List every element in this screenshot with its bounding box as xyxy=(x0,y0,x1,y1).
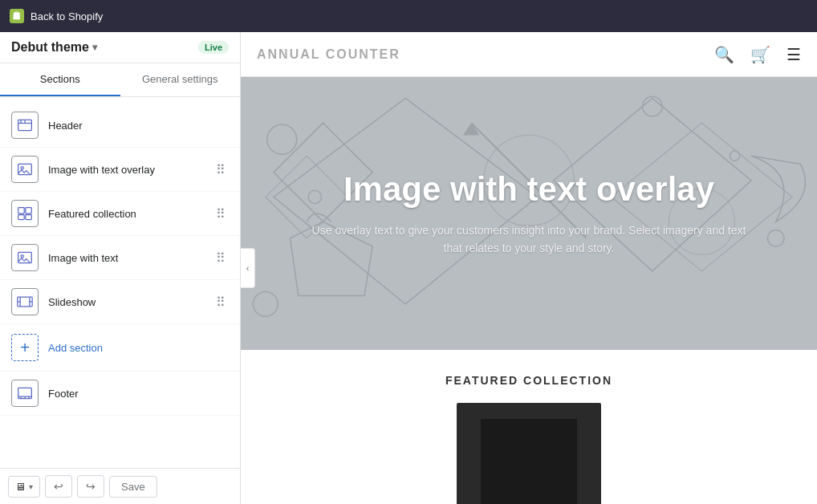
tab-general-settings[interactable]: General settings xyxy=(120,63,241,96)
product-grid xyxy=(257,403,801,504)
product-card[interactable] xyxy=(457,403,601,504)
svg-point-5 xyxy=(21,167,23,169)
sidebar-item-featured-collection[interactable]: Featured collection ⠿ xyxy=(0,192,240,236)
header-section-icon xyxy=(11,112,39,139)
image-overlay-section-icon xyxy=(11,156,39,183)
image-overlay-section-label: Image with text overlay xyxy=(48,164,203,176)
drag-handle-featured-collection[interactable]: ⠿ xyxy=(213,205,229,223)
live-badge: Live xyxy=(198,41,229,54)
top-bar: Back to Shopify xyxy=(0,0,817,32)
add-section-button[interactable]: + Add section xyxy=(0,324,240,372)
svg-rect-6 xyxy=(18,208,25,214)
redo-icon: ↪ xyxy=(86,480,96,493)
product-image-inner xyxy=(481,419,577,504)
main-layout: Debut theme ▾ Live Sections General sett… xyxy=(0,32,817,504)
sidebar-section-list: Header Image with text overlay ⠿ xyxy=(0,97,240,468)
svg-rect-4 xyxy=(18,164,32,174)
chevron-down-icon: ▾ xyxy=(92,42,97,53)
slideshow-section-icon xyxy=(11,288,39,315)
sidebar-item-slideshow[interactable]: Slideshow ⠿ xyxy=(0,280,240,324)
product-image xyxy=(457,403,601,504)
menu-icon[interactable]: ☰ xyxy=(787,45,801,64)
svg-rect-10 xyxy=(18,252,32,262)
image-text-section-label: Image with text xyxy=(48,252,203,264)
search-icon[interactable]: 🔍 xyxy=(714,45,734,64)
image-text-section-icon xyxy=(11,244,39,271)
sidebar-item-footer[interactable]: Footer xyxy=(0,372,240,416)
tabs-bar: Sections General settings xyxy=(0,63,240,97)
header-section-label: Header xyxy=(48,120,229,132)
save-label: Save xyxy=(121,481,145,493)
hero-title: Image with text overlay xyxy=(304,170,754,209)
featured-collection-section: FEATURED COLLECTION xyxy=(241,350,817,504)
device-selector[interactable]: 🖥 ▾ xyxy=(8,476,40,498)
sidebar-item-image-with-text-overlay[interactable]: Image with text overlay ⠿ xyxy=(0,148,240,192)
shopify-logo-icon xyxy=(10,9,24,23)
back-to-shopify-link[interactable]: Back to Shopify xyxy=(10,9,103,23)
hero-content: Image with text overlay Use overlay text… xyxy=(288,138,770,290)
add-section-icon: + xyxy=(11,334,39,361)
sidebar: Debut theme ▾ Live Sections General sett… xyxy=(0,32,241,504)
featured-collection-section-icon xyxy=(11,200,39,227)
svg-rect-8 xyxy=(18,215,25,220)
svg-rect-7 xyxy=(26,208,32,214)
slideshow-section-label: Slideshow xyxy=(48,296,203,308)
svg-point-11 xyxy=(21,255,23,258)
tab-sections[interactable]: Sections xyxy=(0,63,120,96)
preview-topbar: ANNUAL COUNTER 🔍 🛒 ☰ xyxy=(241,32,817,77)
theme-header: Debut theme ▾ Live xyxy=(0,32,240,63)
sidebar-item-image-with-text[interactable]: Image with text ⠿ xyxy=(0,236,240,280)
redo-button[interactable]: ↪ xyxy=(77,475,104,498)
footer-section-label: Footer xyxy=(48,388,229,400)
store-title: ANNUAL COUNTER xyxy=(257,47,400,62)
add-section-label: Add section xyxy=(48,342,103,354)
save-button[interactable]: Save xyxy=(109,476,157,498)
sidebar-toolbar: 🖥 ▾ ↩ ↪ Save xyxy=(0,468,240,504)
preview-panel: ANNUAL COUNTER 🔍 🛒 ☰ ‹ xyxy=(241,32,817,504)
theme-title-button[interactable]: Debut theme ▾ xyxy=(11,40,97,55)
undo-icon: ↩ xyxy=(54,480,63,493)
featured-collection-title: FEATURED COLLECTION xyxy=(257,374,801,387)
undo-button[interactable]: ↩ xyxy=(45,475,72,498)
drag-handle-image-overlay[interactable]: ⠿ xyxy=(213,161,229,179)
collapse-sidebar-handle[interactable]: ‹ xyxy=(241,248,255,288)
hero-subtitle: Use overlay text to give your customers … xyxy=(304,222,754,258)
drag-handle-slideshow[interactable]: ⠿ xyxy=(213,293,229,311)
svg-rect-9 xyxy=(26,215,32,220)
theme-name-label: Debut theme xyxy=(11,40,89,55)
drag-handle-image-text[interactable]: ⠿ xyxy=(213,249,229,267)
sidebar-item-header[interactable]: Header xyxy=(0,104,240,148)
cart-icon[interactable]: 🛒 xyxy=(750,45,770,64)
back-label: Back to Shopify xyxy=(30,10,103,22)
chevron-down-icon: ▾ xyxy=(29,482,33,491)
preview-nav-icons: 🔍 🛒 ☰ xyxy=(714,45,801,64)
footer-section-icon xyxy=(11,380,39,407)
desktop-icon: 🖥 xyxy=(15,481,26,493)
featured-collection-section-label: Featured collection xyxy=(48,208,203,220)
hero-section: Image with text overlay Use overlay text… xyxy=(241,77,817,350)
